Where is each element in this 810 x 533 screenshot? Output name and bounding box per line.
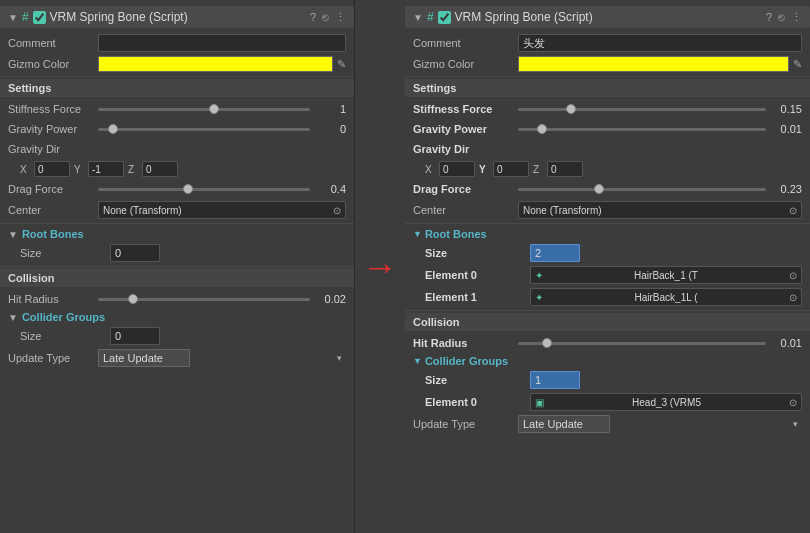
right-y-field[interactable] <box>493 161 529 177</box>
left-center-label: Center <box>8 204 98 216</box>
right-collider-size-field[interactable] <box>530 371 580 389</box>
right-element0-field[interactable]: ✦ HairBack_1 (T ⊙ <box>530 266 802 284</box>
left-y-field[interactable] <box>88 161 124 177</box>
right-element1-icon: ✦ <box>535 292 543 303</box>
right-stiffness-label: Stiffness Force <box>413 103 518 115</box>
right-enabled-check[interactable] <box>438 11 451 24</box>
right-title: VRM Spring Bone (Script) <box>455 10 766 24</box>
right-element1-field[interactable]: ✦ HairBack_1L ( ⊙ <box>530 288 802 306</box>
left-z-field[interactable] <box>142 161 178 177</box>
left-enabled-check[interactable] <box>33 11 46 24</box>
right-collider-element0-pick[interactable]: ⊙ <box>789 397 797 408</box>
right-root-size-row: Size <box>405 242 810 264</box>
right-help-icon[interactable]: ? <box>766 11 772 24</box>
left-stiffness-slider[interactable] <box>98 108 310 111</box>
left-hash-icon: # <box>22 10 29 24</box>
right-comment-label: Comment <box>413 37 518 49</box>
left-gravity-dir-coords: X Y Z <box>0 159 354 179</box>
left-center-pick[interactable]: ⊙ <box>333 205 341 216</box>
right-drag-value: 0.23 <box>772 183 802 195</box>
right-hit-radius-slider[interactable] <box>518 342 766 345</box>
left-drag-row: Drag Force 0.4 <box>0 179 354 199</box>
left-gravity-dir-row: Gravity Dir <box>0 139 354 159</box>
left-x-field[interactable] <box>34 161 70 177</box>
right-x-field[interactable] <box>439 161 475 177</box>
right-update-type-row: Update Type Normal Animate Physics Late … <box>405 413 810 435</box>
right-gizmo-label: Gizmo Color <box>413 58 518 70</box>
right-drag-row: Drag Force 0.23 <box>405 179 810 199</box>
left-hit-radius-slider[interactable] <box>98 298 310 301</box>
right-coord-row: X Y Z <box>425 161 802 177</box>
right-hit-radius-row: Hit Radius 0.01 <box>405 333 810 353</box>
right-gravity-dir-label: Gravity Dir <box>413 143 518 155</box>
right-menu-icon[interactable]: ⋮ <box>791 11 802 24</box>
right-gravity-power-label: Gravity Power <box>413 123 518 135</box>
left-hit-radius-label: Hit Radius <box>8 293 98 305</box>
left-drag-slider[interactable] <box>98 188 310 191</box>
left-color-swatch[interactable] <box>98 56 333 72</box>
right-update-type-select[interactable]: Normal Animate Physics Late Update <box>518 415 610 433</box>
right-drag-slider[interactable] <box>518 188 766 191</box>
right-collider-element0-field[interactable]: ▣ Head_3 (VRM5 ⊙ <box>530 393 802 411</box>
left-center-row: Center None (Transform) ⊙ <box>0 199 354 221</box>
right-gravity-power-slider[interactable] <box>518 128 766 131</box>
right-element0-value: HairBack_1 (T <box>634 270 698 281</box>
left-drag-value: 0.4 <box>316 183 346 195</box>
right-stiffness-slider[interactable] <box>518 108 766 111</box>
right-center-field[interactable]: None (Transform) ⊙ <box>518 201 802 219</box>
right-header-icons: ? ⎋ ⋮ <box>766 11 802 24</box>
left-y-label: Y <box>74 164 84 175</box>
left-menu-icon[interactable]: ⋮ <box>335 11 346 24</box>
right-gravity-power-value: 0.01 <box>772 123 802 135</box>
left-update-type-row: Update Type Normal Animate Physics Late … <box>0 347 354 369</box>
right-color-picker-icon[interactable]: ✎ <box>793 58 802 71</box>
left-hit-radius-value: 0.02 <box>316 293 346 305</box>
right-center-value: None (Transform) <box>523 205 602 216</box>
left-root-fold[interactable]: ▼ <box>8 229 18 240</box>
right-gravity-power-slider-container: 0.01 <box>518 123 802 135</box>
left-comment-label: Comment <box>8 37 98 49</box>
left-collider-size-field[interactable] <box>110 327 160 345</box>
left-gizmo-row: Gizmo Color ✎ <box>0 54 354 74</box>
right-element1-pick[interactable]: ⊙ <box>789 292 797 303</box>
left-gizmo-label: Gizmo Color <box>8 58 98 70</box>
left-header: ▼ # VRM Spring Bone (Script) ? ⎋ ⋮ <box>0 6 354 28</box>
left-update-type-select[interactable]: Normal Animate Physics Late Update <box>98 349 190 367</box>
left-z-label: Z <box>128 164 138 175</box>
right-center-pick[interactable]: ⊙ <box>789 205 797 216</box>
left-collider-fold[interactable]: ▼ <box>8 312 18 323</box>
left-gravity-power-slider[interactable] <box>98 128 310 131</box>
left-fold-toggle[interactable]: ▼ <box>8 12 18 23</box>
right-collider-fold[interactable]: ▼ <box>413 356 422 366</box>
right-z-field[interactable] <box>547 161 583 177</box>
left-color-picker-icon[interactable]: ✎ <box>337 58 346 71</box>
left-help-icon[interactable]: ? <box>310 11 316 24</box>
left-root-size-field[interactable] <box>110 244 160 262</box>
right-gravity-power-row: Gravity Power 0.01 <box>405 119 810 139</box>
left-coord-row: X Y Z <box>20 161 346 177</box>
left-stiffness-row: Stiffness Force 1 <box>0 99 354 119</box>
left-drag-label: Drag Force <box>8 183 98 195</box>
right-stiffness-row: Stiffness Force 0.15 <box>405 99 810 119</box>
right-collider-element0-row: Element 0 ▣ Head_3 (VRM5 ⊙ <box>405 391 810 413</box>
right-element0-pick[interactable]: ⊙ <box>789 270 797 281</box>
left-pin-icon[interactable]: ⎋ <box>322 11 329 24</box>
right-root-fold[interactable]: ▼ <box>413 229 422 239</box>
left-center-field[interactable]: None (Transform) ⊙ <box>98 201 346 219</box>
left-comment-input[interactable] <box>98 34 346 52</box>
right-z-label: Z <box>533 164 543 175</box>
right-pin-icon[interactable]: ⎋ <box>778 11 785 24</box>
right-comment-input[interactable] <box>518 34 802 52</box>
right-element0-label: Element 0 <box>425 269 530 281</box>
left-update-type-label: Update Type <box>8 352 98 364</box>
arrow-icon: → <box>362 246 398 288</box>
left-update-type-dropdown-wrap: Normal Animate Physics Late Update <box>98 349 346 367</box>
left-stiffness-slider-container: 1 <box>98 103 346 115</box>
right-fold-toggle[interactable]: ▼ <box>413 12 423 23</box>
right-color-swatch[interactable] <box>518 56 789 72</box>
right-element0-icon: ✦ <box>535 270 543 281</box>
right-root-size-field[interactable] <box>530 244 580 262</box>
right-hit-radius-slider-container: 0.01 <box>518 337 802 349</box>
left-header-icons: ? ⎋ ⋮ <box>310 11 346 24</box>
left-gravity-power-slider-container: 0 <box>98 123 346 135</box>
